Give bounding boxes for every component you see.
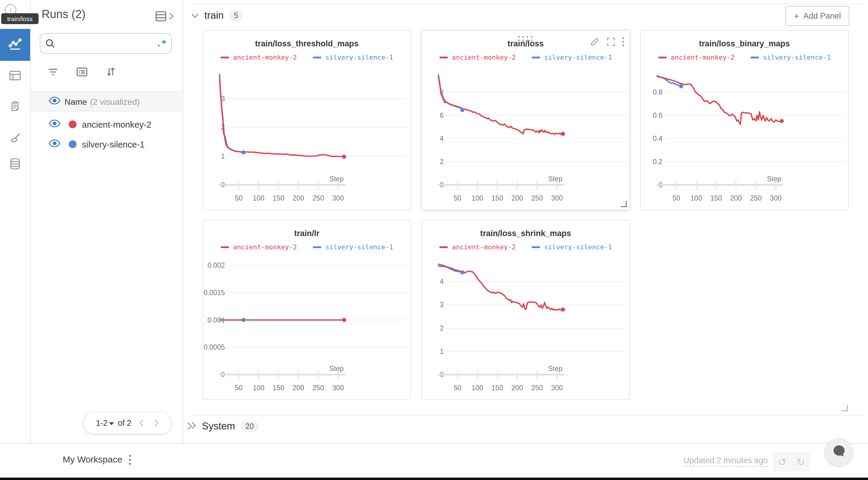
edit-pencil-icon[interactable] — [590, 37, 600, 49]
history-buttons: ↺ ↻ — [773, 452, 810, 472]
sidebar-item-artifacts[interactable] — [0, 149, 30, 181]
sidebar-item-workspace-charts[interactable] — [0, 29, 30, 61]
svg-text:100: 100 — [472, 194, 483, 202]
plus-icon: + — [794, 11, 799, 21]
svg-text:2: 2 — [440, 324, 444, 332]
chat-support-button[interactable] — [825, 439, 852, 466]
legend-item[interactable]: silvery-silence-1 — [313, 54, 393, 61]
svg-text:1: 1 — [440, 347, 444, 355]
chart-title: train/lr — [203, 229, 410, 238]
fullscreen-icon[interactable] — [606, 37, 616, 49]
svg-text:50: 50 — [454, 194, 461, 202]
section-header-system[interactable]: System 20 — [191, 420, 258, 432]
artifacts-database-icon — [8, 156, 22, 173]
runs-table-toggle-button[interactable] — [154, 10, 174, 25]
section-system-count-badge: 20 — [241, 421, 258, 432]
svg-text:300: 300 — [770, 194, 781, 202]
chart-title: train/loss_binary_maps — [641, 39, 848, 48]
redo-icon[interactable]: ↻ — [797, 457, 805, 467]
legend-label: silvery-silence-1 — [325, 54, 393, 61]
legend-item[interactable]: ancient-monkey-2 — [439, 54, 516, 61]
workspace-menu-kebab-icon[interactable] — [128, 454, 131, 468]
legend-label: ancient-monkey-2 — [233, 54, 297, 61]
filter-icon[interactable] — [47, 67, 59, 79]
visualized-count-label: (2 visualized) — [90, 97, 140, 106]
updated-status[interactable]: Updated 2 minutes ago — [684, 456, 768, 467]
x-axis-label: Step — [330, 175, 344, 183]
legend-item[interactable]: silvery-silence-1 — [531, 243, 612, 251]
run-search-input[interactable] — [59, 38, 156, 48]
pagination-range-dropdown[interactable]: 1-2 — [96, 419, 114, 427]
section-header-train[interactable]: train 5 — [191, 10, 243, 21]
chart-panel[interactable]: 4321050100150200250300Steptrain/loss_shr… — [421, 220, 630, 400]
group-list-icon[interactable] — [76, 67, 88, 79]
svg-text:100: 100 — [253, 194, 264, 202]
line-chart-icon — [7, 36, 23, 54]
legend-item[interactable]: ancient-monkey-2 — [220, 243, 297, 251]
svg-text:300: 300 — [333, 194, 344, 202]
svg-text:200: 200 — [730, 194, 742, 202]
workspace-title: My Workspace — [63, 454, 122, 464]
pagination-of-label: of 2 — [118, 419, 131, 427]
add-panel-button[interactable]: + Add Panel — [785, 6, 849, 26]
kebab-menu-icon[interactable] — [622, 37, 624, 49]
section-resize-handle[interactable] — [841, 405, 848, 411]
svg-text:4: 4 — [440, 278, 444, 285]
add-panel-label: Add Panel — [803, 11, 841, 21]
svg-text:0.2: 0.2 — [653, 158, 662, 166]
bottom-bar: My Workspace Updated 2 minutes ago ↺ ↻ — [0, 443, 868, 480]
svg-text:100: 100 — [472, 384, 483, 392]
svg-text:200: 200 — [293, 384, 304, 392]
legend-item[interactable]: silvery-silence-1 — [531, 54, 612, 61]
run-color-dot — [69, 140, 76, 148]
svg-text:0.0005: 0.0005 — [204, 343, 225, 351]
sidebar-item-runs-table[interactable] — [0, 61, 30, 93]
legend-item[interactable]: silvery-silence-1 — [750, 54, 831, 61]
run-row[interactable]: ancient-monkey-2 — [30, 114, 182, 134]
chart-panel[interactable]: 8642050100150200250300Steptrain/lossanci… — [421, 30, 630, 210]
pagination-next-button[interactable] — [154, 419, 159, 427]
chat-bubble-icon — [832, 444, 846, 460]
pagination-prev-button[interactable] — [138, 419, 144, 427]
eye-icon[interactable] — [48, 119, 61, 130]
sweeps-broom-icon — [8, 131, 22, 148]
runs-name-header-row: Name (2 visualized) — [30, 92, 182, 111]
section-top-divider — [191, 4, 863, 4]
chart-panel[interactable]: 0.0020.00150.0010.0005050100150200250300… — [203, 220, 411, 400]
logs-clipboard-icon — [8, 99, 22, 116]
undo-icon[interactable]: ↺ — [778, 457, 786, 467]
svg-text:150: 150 — [492, 194, 503, 202]
legend-label: silvery-silence-1 — [544, 243, 612, 251]
legend-item[interactable]: ancient-monkey-2 — [658, 54, 735, 61]
svg-text:150: 150 — [273, 194, 284, 202]
chart-panel[interactable]: 0.80.60.40.2050100150200250300Steptrain/… — [640, 30, 849, 210]
eye-icon[interactable] — [48, 139, 61, 150]
run-row[interactable]: silvery-silence-1 — [30, 134, 182, 154]
svg-text:50: 50 — [235, 384, 243, 392]
caret-down-icon — [110, 422, 114, 425]
eye-icon[interactable] — [48, 96, 61, 107]
run-color-dot — [69, 121, 76, 128]
legend-swatch — [658, 57, 666, 59]
grid-table-icon — [154, 10, 167, 25]
svg-text:2: 2 — [440, 158, 444, 166]
svg-text:300: 300 — [551, 384, 563, 392]
svg-text:0.0015: 0.0015 — [204, 289, 225, 297]
regex-icon[interactable]: .* — [156, 39, 166, 48]
sidebar-item-logs[interactable] — [0, 92, 30, 124]
svg-text:0.4: 0.4 — [653, 135, 662, 142]
sort-icon[interactable] — [105, 66, 117, 79]
run-search-box[interactable]: .* — [40, 33, 172, 54]
wandb-workspace: i — [0, 0, 868, 480]
legend-label: ancient-monkey-2 — [233, 243, 297, 251]
name-column-label: Name — [64, 97, 87, 106]
legend-item[interactable]: silvery-silence-1 — [313, 243, 393, 251]
legend-item[interactable]: ancient-monkey-2 — [439, 243, 516, 251]
chart-panel[interactable]: 321050100150200250300Steptrain/loss_thre… — [203, 30, 411, 210]
svg-text:200: 200 — [512, 384, 523, 392]
legend-label: ancient-monkey-2 — [452, 54, 516, 61]
search-icon — [45, 38, 56, 48]
panel-resize-handle[interactable] — [621, 201, 627, 207]
svg-text:3: 3 — [440, 301, 444, 309]
legend-item[interactable]: ancient-monkey-2 — [220, 54, 297, 61]
